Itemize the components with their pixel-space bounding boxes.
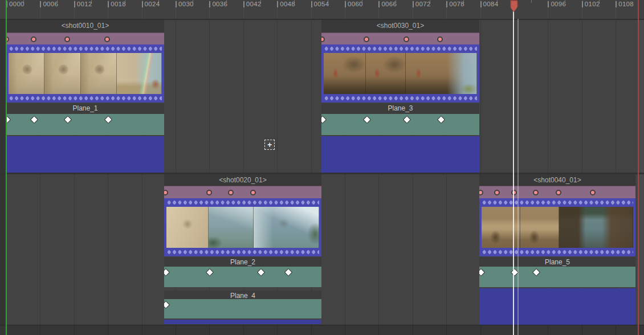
shot-title-bar[interactable]: <shot0040_01>: [479, 174, 635, 186]
ruler-major-tick: [446, 1, 447, 7]
plane-track-label[interactable]: Plane_1: [6, 103, 164, 114]
playhead-secondary-line: [517, 19, 519, 335]
filmstrip-thumbnails: [324, 53, 477, 94]
ruler-frame-label: 0024: [145, 1, 160, 7]
shot-name: <shot0040_01>: [533, 174, 581, 184]
plane-name: Plane_2: [230, 257, 255, 266]
keyframe-circle[interactable]: [64, 36, 70, 42]
keyframe-diamond[interactable]: [532, 268, 540, 276]
keyframe-diamond[interactable]: [437, 116, 445, 124]
plane-track-label[interactable]: Plane_4: [164, 291, 321, 299]
ruler-major-tick: [582, 1, 583, 7]
shot-title-bar[interactable]: <shot0010_01>: [6, 20, 164, 32]
shot-title-bar[interactable]: <shot0020_01>: [164, 174, 321, 186]
shot-title-bar[interactable]: <shot0030_01>: [321, 20, 479, 32]
shot-keyframe-track[interactable]: [479, 186, 635, 198]
plane-keyframe-track[interactable]: [321, 114, 479, 135]
ruler-frame-label: 0108: [618, 1, 634, 7]
sequencer-timeline: <shot0010_01>Plane_1<shot0020_01>Plane_2…: [0, 0, 644, 335]
shot-keyframe-track[interactable]: [321, 32, 479, 45]
keyframe-circle[interactable]: [364, 36, 369, 42]
ruler-major-tick: [345, 1, 346, 7]
keyframe-circle[interactable]: [250, 190, 256, 195]
keyframe-diamond[interactable]: [321, 116, 327, 124]
ruler-separator: [0, 19, 644, 20]
filmstrip[interactable]: [321, 44, 479, 103]
sequence-end-marker: [638, 0, 639, 335]
keyframe-diamond[interactable]: [164, 301, 170, 309]
ruler-major-tick: [480, 1, 482, 7]
keyframe-circle[interactable]: [494, 190, 500, 195]
thumbnail: [366, 53, 406, 94]
subsection-track[interactable]: [321, 136, 479, 173]
keyframe-diamond[interactable]: [164, 268, 170, 276]
keyframe-diamond[interactable]: [402, 116, 410, 124]
keyframe-circle[interactable]: [321, 36, 325, 42]
plane-keyframe-track[interactable]: [6, 114, 164, 135]
subsection-track[interactable]: [479, 288, 635, 325]
subsection-track[interactable]: [164, 320, 321, 324]
ruler-frame-label: 0054: [314, 1, 329, 7]
subsection-track[interactable]: [6, 136, 164, 173]
keyframe-diamond[interactable]: [284, 268, 292, 276]
timeline-ruler[interactable]: 0000000600120018002400300036004200480054…: [0, 0, 644, 19]
ruler-major-tick: [243, 1, 244, 7]
keyframe-diamond[interactable]: [205, 268, 213, 276]
ruler-major-tick: [548, 1, 549, 7]
bottom-grid-line: [548, 325, 548, 335]
keyframe-circle[interactable]: [206, 190, 212, 195]
keyframe-circle[interactable]: [403, 36, 409, 42]
keyframe-circle[interactable]: [533, 190, 539, 195]
ruler-major-tick: [40, 1, 41, 7]
ruler-major-tick: [413, 1, 414, 7]
filmstrip-sprocket-holes: [9, 46, 162, 51]
keyframe-circle[interactable]: [104, 36, 110, 42]
keyframe-circle[interactable]: [31, 36, 36, 42]
ruler-major-tick: [311, 1, 312, 7]
ruler-frame-label: 0030: [178, 1, 194, 7]
filmstrip-sprocket-holes: [482, 250, 633, 255]
shot-name: <shot0010_01>: [62, 20, 109, 30]
filmstrip[interactable]: [6, 44, 164, 103]
keyframe-circle[interactable]: [437, 36, 443, 42]
plane-keyframe-track[interactable]: [164, 267, 321, 287]
keyframe-diamond[interactable]: [6, 116, 11, 124]
ruler-frame-label: 0078: [449, 1, 464, 7]
thumbnail: [44, 53, 80, 94]
keyframe-circle[interactable]: [164, 190, 168, 195]
keyframe-diamond[interactable]: [362, 116, 370, 124]
thumbnail: [559, 207, 633, 248]
keyframe-circle[interactable]: [228, 190, 234, 195]
thumbnail: [406, 53, 477, 94]
keyframe-diamond[interactable]: [30, 116, 38, 124]
row-separator: [0, 173, 644, 174]
ruler-major-tick: [176, 1, 177, 7]
filmstrip-sprocket-holes: [166, 200, 319, 205]
keyframe-diamond[interactable]: [63, 116, 71, 124]
filmstrip[interactable]: [164, 198, 321, 256]
plane-keyframe-track[interactable]: [479, 267, 635, 287]
shot-name: <shot0030_01>: [377, 20, 424, 30]
bottom-grid-line: [108, 325, 108, 335]
plane-keyframe-track[interactable]: [164, 299, 321, 318]
ruler-frame-label: 0084: [483, 1, 499, 7]
shot-keyframe-track[interactable]: [6, 32, 164, 45]
keyframe-diamond[interactable]: [256, 268, 264, 276]
keyframe-circle[interactable]: [479, 190, 483, 195]
ruler-frame-label: 0018: [111, 1, 126, 7]
keyframe-diamond[interactable]: [479, 268, 485, 276]
ruler-minor-tick: [531, 0, 532, 3]
plane-track-label[interactable]: Plane_2: [164, 257, 321, 267]
keyframe-circle[interactable]: [511, 190, 517, 195]
ruler-frame-label: 0036: [212, 1, 227, 7]
ruler-major-tick: [209, 1, 210, 7]
shot-keyframe-track[interactable]: [164, 186, 321, 198]
keyframe-diamond[interactable]: [104, 116, 112, 124]
filmstrip-sprocket-holes: [482, 200, 633, 205]
filmstrip[interactable]: [479, 198, 635, 256]
keyframe-circle[interactable]: [590, 190, 596, 195]
bottom-grid-line: [616, 325, 616, 335]
plane-track-label[interactable]: Plane_5: [479, 257, 635, 267]
plane-track-label[interactable]: Plane_3: [321, 103, 479, 114]
keyframe-circle[interactable]: [556, 190, 561, 195]
